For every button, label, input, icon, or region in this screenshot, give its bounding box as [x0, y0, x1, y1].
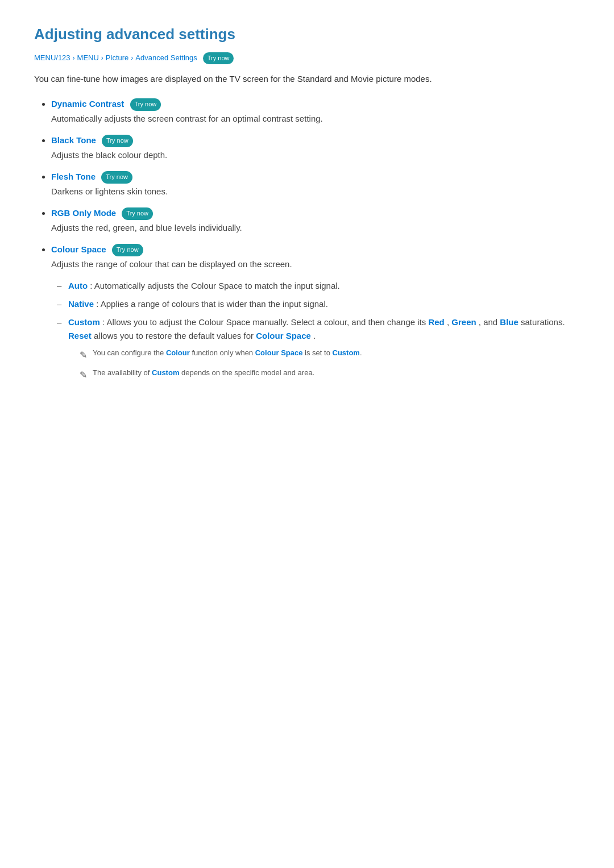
colour-space-native-text: : Applies a range of colours that is wid…	[96, 299, 328, 309]
breadcrumb-sep3: ›	[131, 53, 133, 64]
breadcrumb-try-now-badge[interactable]: Try now	[203, 52, 234, 65]
breadcrumb-menu123[interactable]: MENU/123	[34, 52, 70, 64]
colour-space-green-link: Green	[451, 317, 476, 327]
flesh-tone-label: Flesh Tone	[51, 172, 96, 181]
colour-space-sublist: Auto : Automatically adjusts the Colour …	[51, 279, 580, 382]
colour-space-reset-text: allows you to restore the default values…	[94, 331, 256, 340]
colour-space-native: Native : Applies a range of colours that…	[57, 297, 580, 311]
note-2: ✎ The availability of Custom depends on …	[80, 367, 580, 383]
dynamic-contrast-label: Dynamic Contrast	[51, 99, 124, 109]
colour-space-auto-label: Auto	[68, 281, 88, 290]
colour-space-period: .	[313, 331, 316, 340]
colour-space-label: Colour Space	[51, 244, 106, 254]
flesh-tone-desc: Darkens or lightens skin tones.	[43, 185, 580, 198]
colour-space-auto-text: : Automatically adjusts the Colour Space…	[90, 281, 339, 290]
list-item-rgb-only-mode: RGB Only Mode Try now Adjusts the red, g…	[51, 206, 580, 235]
colour-space-blue-link: Blue	[500, 317, 518, 327]
black-tone-label: Black Tone	[51, 135, 96, 145]
colour-space-native-label: Native	[68, 299, 94, 309]
list-item-black-tone: Black Tone Try now Adjusts the black col…	[51, 134, 580, 162]
black-tone-desc: Adjusts the black colour depth.	[43, 148, 580, 162]
list-item-dynamic-contrast: Dynamic Contrast Try now Automatically a…	[51, 97, 580, 126]
features-list: Dynamic Contrast Try now Automatically a…	[34, 97, 580, 382]
note1-custom-link: Custom	[333, 348, 360, 357]
breadcrumb-advanced-settings[interactable]: Advanced Settings	[135, 52, 197, 64]
note1-colour-link: Colour	[166, 348, 190, 357]
rgb-only-mode-desc: Adjusts the red, green, and blue levels …	[43, 221, 580, 235]
list-item-colour-space: Colour Space Try now Adjusts the range o…	[51, 243, 580, 382]
page-title: Adjusting advanced settings	[34, 23, 580, 47]
dynamic-contrast-desc: Automatically adjusts the screen contras…	[43, 112, 580, 126]
dynamic-contrast-try-now[interactable]: Try now	[130, 98, 161, 111]
note-1-text: You can configure the Colour function on…	[93, 347, 362, 359]
flesh-tone-try-now[interactable]: Try now	[101, 171, 132, 184]
colour-space-try-now[interactable]: Try now	[112, 244, 143, 256]
breadcrumb: MENU/123 › MENU › Picture › Advanced Set…	[34, 52, 580, 65]
colour-space-custom-text: : Allows you to adjust the Colour Space …	[102, 317, 428, 327]
colour-space-comma2: , and	[479, 317, 500, 327]
colour-space-custom-label: Custom	[68, 317, 100, 327]
note1-colourspace-link: Colour Space	[255, 348, 303, 357]
note-1: ✎ You can configure the Colour function …	[80, 347, 580, 363]
pencil-icon-1: ✎	[80, 348, 87, 363]
breadcrumb-picture[interactable]: Picture	[106, 52, 128, 64]
colour-space-red-link: Red	[428, 317, 444, 327]
breadcrumb-menu[interactable]: MENU	[77, 52, 99, 64]
pencil-icon-2: ✎	[80, 368, 87, 383]
colour-space-auto: Auto : Automatically adjusts the Colour …	[57, 279, 580, 293]
colour-space-desc: Adjusts the range of colour that can be …	[43, 258, 580, 271]
note-2-text: The availability of Custom depends on th…	[93, 367, 314, 379]
rgb-only-mode-label: RGB Only Mode	[51, 208, 116, 218]
colour-space-custom: Custom : Allows you to adjust the Colour…	[57, 315, 580, 382]
breadcrumb-sep1: ›	[73, 53, 75, 64]
intro-text: You can fine-tune how images are display…	[34, 72, 580, 86]
note2-custom-link: Custom	[152, 368, 179, 377]
rgb-only-mode-try-now[interactable]: Try now	[122, 207, 153, 220]
colour-space-sat-text: saturations.	[521, 317, 565, 327]
breadcrumb-sep2: ›	[101, 53, 103, 64]
colour-space-reset-link: Reset	[68, 331, 92, 340]
colour-space-colourspace-link: Colour Space	[256, 331, 311, 340]
black-tone-try-now[interactable]: Try now	[102, 135, 133, 147]
list-item-flesh-tone: Flesh Tone Try now Darkens or lightens s…	[51, 170, 580, 198]
